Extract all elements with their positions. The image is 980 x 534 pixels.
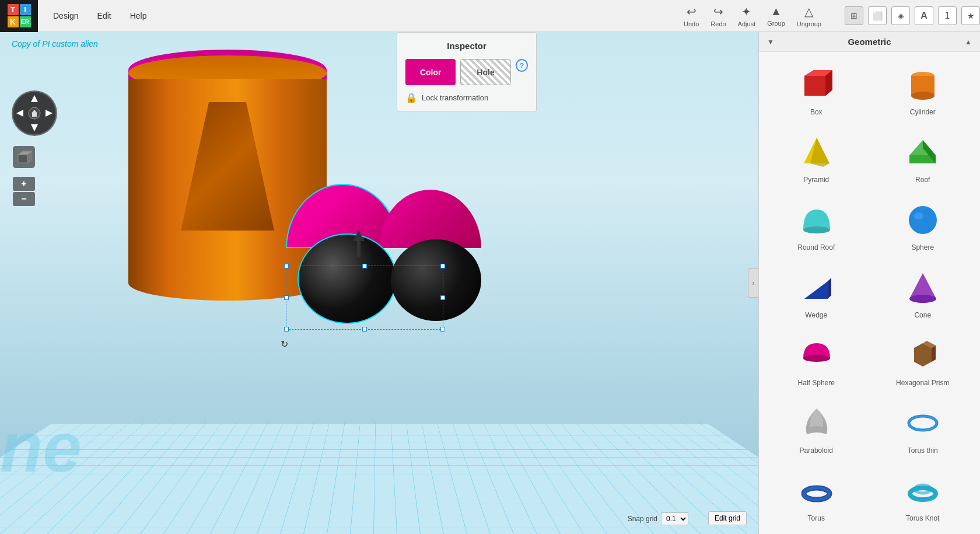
- ungroup-icon: △: [804, 5, 813, 19]
- torus-knot-label: Torus Knot: [906, 514, 939, 522]
- shape-wedge[interactable]: Wedge: [764, 260, 869, 326]
- svg-point-41: [909, 416, 937, 430]
- rotate-handle[interactable]: ↻: [281, 338, 288, 350]
- round-roof-label: Round Roof: [797, 243, 835, 252]
- view-num-btn[interactable]: 1: [938, 6, 957, 25]
- logo-er: ER: [20, 16, 31, 27]
- paraboloid-label: Paraboloid: [800, 446, 833, 455]
- up-arrow-icon: [353, 231, 365, 257]
- wedge-icon: [796, 267, 836, 308]
- cylinder-icon: [902, 64, 943, 104]
- group-button[interactable]: ▲ Group: [767, 5, 785, 27]
- cylinder-label: Cylinder: [910, 108, 936, 116]
- roof-icon: [902, 131, 943, 172]
- undo-icon: ↩: [687, 5, 696, 19]
- adjust-button[interactable]: ✦ Adjust: [738, 5, 756, 27]
- shape-pyramid[interactable]: Pyramid: [764, 124, 869, 191]
- svg-marker-24: [810, 138, 830, 167]
- inspector-help-button[interactable]: ?: [516, 59, 528, 72]
- inspector-mode-buttons: Color Hole ?: [405, 59, 528, 85]
- svg-point-36: [803, 355, 830, 362]
- torus-thin-shape-icon: [904, 404, 942, 442]
- svg-point-28: [803, 226, 830, 233]
- paraboloid-shape-icon: [797, 404, 835, 442]
- sphere-shape-icon: [904, 201, 942, 239]
- nav-menu: Design Edit Help: [44, 0, 156, 32]
- shape-paraboloid[interactable]: Paraboloid: [764, 395, 869, 462]
- half-sphere-icon: [796, 334, 836, 375]
- panel-collapse-arrow[interactable]: ▼: [767, 38, 774, 46]
- shape-hexagonal-prism[interactable]: Hexagonal Prism: [870, 327, 976, 394]
- shape-torus-thin[interactable]: Torus thin: [870, 395, 976, 462]
- svg-point-29: [909, 206, 937, 234]
- paraboloid-icon: [796, 402, 836, 443]
- roof-shape-icon: [904, 133, 942, 171]
- round-roof-icon: [796, 199, 836, 240]
- cone-label: Cone: [914, 311, 931, 319]
- inspector-title: Inspector: [405, 41, 528, 51]
- view-text-btn[interactable]: A: [915, 6, 933, 25]
- shape-sphere[interactable]: Sphere: [870, 192, 976, 259]
- ungroup-button[interactable]: △ Ungroup: [797, 5, 821, 27]
- shape-half-sphere[interactable]: Half Sphere: [764, 327, 869, 394]
- toolbar: ↩ Undo ↪ Redo ✦ Adjust ▲ Group △ Ungroup: [684, 5, 821, 27]
- inspector-panel: Inspector Color Hole ? 🔒 Lock transforma…: [397, 32, 537, 112]
- pyramid-shape-icon: [797, 133, 835, 171]
- redo-label: Redo: [710, 20, 726, 27]
- undo-button[interactable]: ↩ Undo: [684, 5, 699, 27]
- svg-marker-37: [914, 343, 932, 367]
- shape-torus[interactable]: Torus: [764, 463, 869, 529]
- group-label: Group: [767, 20, 785, 27]
- logo-t: T: [8, 4, 19, 15]
- hole-button[interactable]: Hole: [460, 59, 510, 85]
- shape-roof[interactable]: Roof: [870, 124, 976, 191]
- left-eye-sphere[interactable]: [298, 233, 397, 324]
- viewport[interactable]: Copy of PI custom alien: [0, 32, 758, 534]
- shape-box[interactable]: Box: [764, 57, 869, 123]
- nav-help[interactable]: Help: [121, 0, 156, 32]
- orange-cylinder-shape[interactable]: [128, 55, 327, 301]
- right-eye-sphere[interactable]: [391, 239, 481, 321]
- torus-shape-icon: [797, 472, 835, 509]
- logo[interactable]: T I K ER: [0, 0, 38, 32]
- shape-cone[interactable]: Cone: [870, 260, 976, 326]
- roof-label: Roof: [915, 176, 930, 184]
- panel-collapse-button[interactable]: ›: [748, 268, 758, 298]
- lock-transformation-row[interactable]: 🔒 Lock transformation: [405, 92, 528, 103]
- cylinder-shape-icon: [904, 65, 942, 103]
- redo-button[interactable]: ↪ Redo: [710, 5, 726, 27]
- shape-torus-knot[interactable]: Torus Knot: [870, 463, 976, 529]
- color-button[interactable]: Color: [405, 59, 456, 85]
- selection-handle-bl[interactable]: [284, 327, 289, 331]
- nav-design[interactable]: Design: [44, 0, 88, 32]
- edit-grid-button[interactable]: Edit grid: [708, 511, 747, 525]
- group-icon: ▲: [771, 5, 782, 18]
- wedge-label: Wedge: [805, 311, 827, 319]
- logo-k: K: [8, 16, 19, 27]
- cone-icon: [902, 267, 943, 308]
- torus-thin-label: Torus thin: [908, 446, 938, 455]
- box-label: Box: [810, 108, 822, 116]
- view-grid-btn[interactable]: ⊞: [845, 6, 863, 25]
- shape-round-roof[interactable]: Round Roof: [764, 192, 869, 259]
- nav-edit[interactable]: Edit: [88, 0, 121, 32]
- undo-label: Undo: [684, 20, 699, 27]
- ungroup-label: Ungroup: [797, 20, 821, 27]
- view-star-btn[interactable]: ★: [961, 6, 980, 25]
- logo-i: I: [20, 4, 31, 15]
- box-shape-icon: [797, 65, 835, 103]
- snap-grid-select[interactable]: 0.1 0.5 1.0: [661, 512, 688, 525]
- pyramid-label: Pyramid: [803, 176, 829, 184]
- panel-scroll-up[interactable]: ▲: [965, 38, 972, 46]
- shape-cylinder[interactable]: Cylinder: [870, 57, 976, 123]
- view-3d-btn[interactable]: ◈: [891, 6, 910, 25]
- lock-label: Lock transformation: [422, 93, 488, 102]
- wedge-shape-icon: [797, 268, 835, 306]
- svg-marker-39: [932, 345, 936, 362]
- view-box-btn[interactable]: ⬜: [868, 6, 887, 25]
- selection-handle-bm[interactable]: [362, 327, 367, 331]
- cone-shape-icon: [904, 268, 942, 306]
- svg-marker-33: [828, 278, 831, 299]
- selection-handle-br[interactable]: [440, 327, 445, 331]
- pyramid-icon: [796, 131, 836, 172]
